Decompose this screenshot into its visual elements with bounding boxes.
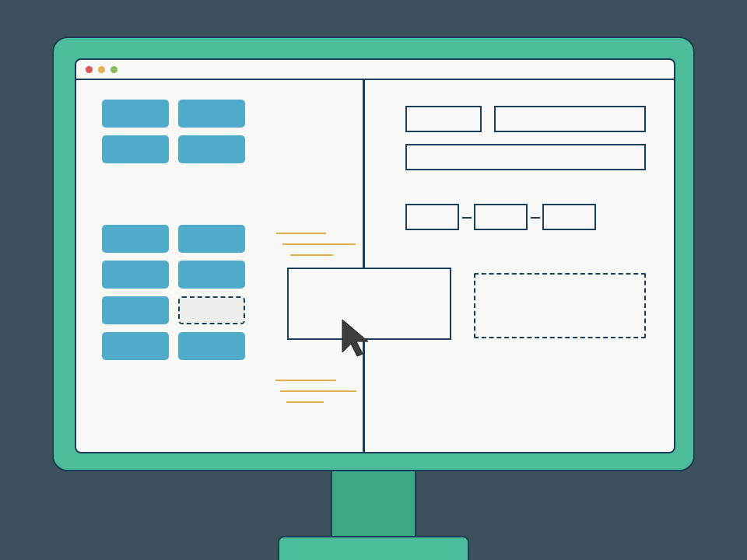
monitor-stand-neck [331, 470, 416, 540]
label-lines-group [275, 380, 356, 403]
palette-tile[interactable] [178, 100, 245, 128]
form-input[interactable] [494, 106, 646, 132]
label-lines-group [276, 233, 356, 256]
maximize-icon[interactable] [110, 66, 117, 73]
dash-connector-icon [531, 217, 540, 219]
monitor-stand-base [278, 536, 469, 560]
palette-tile[interactable] [102, 135, 169, 163]
stepper-segment[interactable] [474, 204, 528, 230]
palette-tile[interactable] [102, 100, 169, 128]
window-content [76, 80, 674, 452]
dash-connector-icon [462, 217, 472, 219]
text-line [286, 401, 324, 403]
close-icon[interactable] [86, 66, 93, 73]
text-line [290, 254, 333, 256]
stepper-segment[interactable] [405, 204, 459, 230]
monitor-frame [52, 37, 695, 471]
pane-divider[interactable] [363, 80, 365, 452]
text-line [275, 380, 336, 381]
palette-drag-origin-placeholder[interactable] [178, 296, 245, 324]
minimize-icon[interactable] [98, 66, 105, 73]
palette-tile[interactable] [178, 261, 245, 289]
palette-tile[interactable] [178, 332, 245, 360]
form-dropzone[interactable] [474, 273, 646, 338]
form-input[interactable] [405, 106, 482, 132]
palette-tile[interactable] [102, 332, 169, 360]
text-line [280, 390, 356, 392]
tile-group-top [102, 100, 250, 163]
palette-tile[interactable] [178, 135, 245, 163]
tile-group-bottom [102, 225, 250, 360]
stepper-segment[interactable] [542, 204, 596, 230]
palette-tile[interactable] [102, 225, 169, 253]
form-input[interactable] [405, 144, 646, 170]
window-titlebar [76, 60, 674, 80]
palette-tile[interactable] [102, 296, 169, 324]
palette-tile[interactable] [178, 225, 245, 253]
cursor-pointer-icon [340, 318, 373, 359]
text-line [276, 233, 326, 234]
text-line [282, 243, 356, 245]
app-window [75, 58, 675, 453]
palette-tile[interactable] [102, 261, 169, 289]
